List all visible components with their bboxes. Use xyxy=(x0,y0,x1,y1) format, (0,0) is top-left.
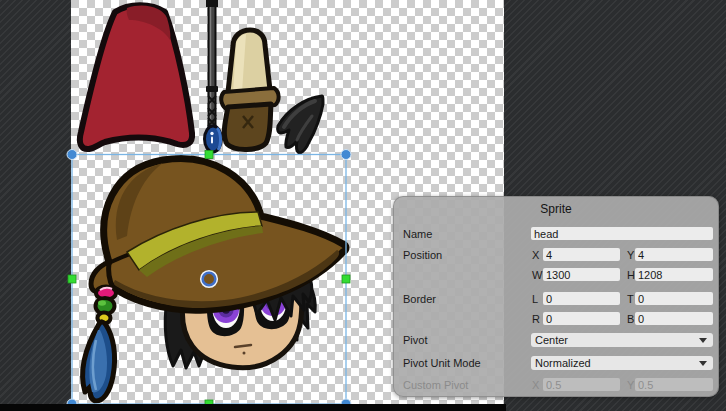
width-input[interactable] xyxy=(543,268,620,281)
border-b-input[interactable] xyxy=(635,312,713,325)
custom-pivot-label: Custom Pivot xyxy=(403,379,468,391)
l-label: L xyxy=(532,293,538,305)
sprite-editor-window: Sprite Name Position X Y W H Border L T … xyxy=(0,0,726,411)
border-row-lt: Border L T xyxy=(393,292,719,306)
border-l-input[interactable] xyxy=(543,292,620,305)
height-input[interactable] xyxy=(635,268,713,281)
pivot-dropdown-value: Center xyxy=(535,334,568,346)
custom-pivot-x-input xyxy=(543,378,620,391)
border-r-input[interactable] xyxy=(543,312,620,325)
custom-pivot-y-label: Y xyxy=(627,379,634,391)
edge-handle-right[interactable] xyxy=(342,275,350,283)
name-row: Name xyxy=(393,227,719,241)
position-label: Position xyxy=(403,249,442,261)
y-label: Y xyxy=(627,249,634,261)
panel-title: Sprite xyxy=(393,202,719,216)
w-label: W xyxy=(532,269,542,281)
position-row-wh: W H xyxy=(393,268,719,282)
chevron-down-icon xyxy=(699,361,707,366)
corner-handle-top-right[interactable] xyxy=(341,150,351,160)
corner-handle-top-left[interactable] xyxy=(67,150,77,160)
pivot-unit-mode-dropdown[interactable]: Normalized xyxy=(531,356,713,370)
pivot-unit-mode-row: Pivot Unit Mode Normalized xyxy=(393,356,719,370)
t-label: T xyxy=(627,293,634,305)
pivot-label: Pivot xyxy=(403,334,427,346)
r-label: R xyxy=(532,313,540,325)
name-label: Name xyxy=(403,228,432,240)
edge-handle-left[interactable] xyxy=(68,275,76,283)
position-row-xy: Position X Y xyxy=(393,248,719,262)
border-t-input[interactable] xyxy=(635,292,713,305)
canvas-bottom-bar xyxy=(0,404,506,411)
pivot-dropdown[interactable]: Center xyxy=(531,333,713,347)
custom-pivot-row: Custom Pivot X Y xyxy=(393,378,719,392)
chevron-down-icon xyxy=(699,338,707,343)
custom-pivot-y-input xyxy=(635,378,713,391)
border-row-rb: R B xyxy=(393,312,719,326)
position-y-input[interactable] xyxy=(635,248,713,261)
custom-pivot-x-label: X xyxy=(532,379,539,391)
b-label: B xyxy=(627,313,634,325)
name-input[interactable] xyxy=(531,227,713,240)
h-label: H xyxy=(627,269,635,281)
position-x-input[interactable] xyxy=(543,248,620,261)
pivot-unit-mode-label: Pivot Unit Mode xyxy=(403,357,481,369)
sprite-inspector-panel: Sprite Name Position X Y W H Border L T … xyxy=(393,196,719,397)
pivot-unit-mode-value: Normalized xyxy=(535,357,591,369)
pivot-row: Pivot Center xyxy=(393,333,719,347)
edge-handle-top[interactable] xyxy=(205,151,213,159)
x-label: X xyxy=(532,249,539,261)
border-label: Border xyxy=(403,293,436,305)
